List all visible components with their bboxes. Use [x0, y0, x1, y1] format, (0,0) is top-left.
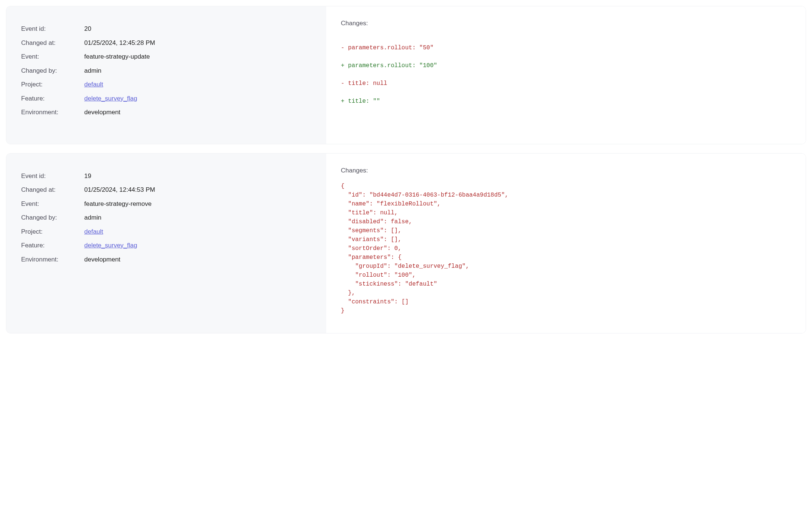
meta-value-environment: development [84, 108, 120, 117]
meta-value-environment: development [84, 255, 120, 264]
meta-label-changed-at: Changed at: [21, 38, 84, 48]
project-link[interactable]: default [84, 227, 103, 237]
event-card: Event id: 20 Changed at: 01/25/2024, 12:… [6, 6, 806, 144]
project-link[interactable]: default [84, 80, 103, 89]
meta-label-event: Event: [21, 52, 84, 62]
event-changes-panel: Changes: { "id": "bd44e4d7-0316-4063-bf1… [326, 154, 806, 333]
meta-label-event-id: Event id: [21, 171, 84, 181]
changes-title: Changes: [341, 20, 791, 27]
meta-row-changed-by: Changed by: admin [21, 66, 311, 76]
meta-row-changed-at: Changed at: 01/25/2024, 12:45:28 PM [21, 38, 311, 48]
event-meta-panel: Event id: 20 Changed at: 01/25/2024, 12:… [6, 6, 326, 144]
meta-value-changed-at: 01/25/2024, 12:45:28 PM [84, 38, 155, 48]
diff-json-block: { "id": "bd44e4d7-0316-4063-bf12-6baa4a9… [341, 182, 791, 315]
meta-label-environment: Environment: [21, 255, 84, 264]
meta-label-project: Project: [21, 227, 84, 237]
meta-label-project: Project: [21, 80, 84, 89]
diff-line: - title: null [341, 79, 791, 88]
diff-line: + title: "" [341, 97, 791, 106]
meta-label-changed-at: Changed at: [21, 185, 84, 195]
event-changes-panel: Changes: - parameters.rollout: "50" + pa… [326, 6, 806, 144]
meta-row-event: Event: feature-strategy-remove [21, 199, 311, 209]
event-card: Event id: 19 Changed at: 01/25/2024, 12:… [6, 153, 806, 333]
meta-label-changed-by: Changed by: [21, 213, 84, 223]
meta-row-event-id: Event id: 19 [21, 171, 311, 181]
meta-row-environment: Environment: development [21, 255, 311, 264]
diff-line: + parameters.rollout: "100" [341, 61, 791, 70]
meta-row-changed-by: Changed by: admin [21, 213, 311, 223]
meta-value-event: feature-strategy-remove [84, 199, 151, 209]
meta-label-environment: Environment: [21, 108, 84, 117]
meta-row-project: Project: default [21, 227, 311, 237]
meta-label-event-id: Event id: [21, 24, 84, 34]
meta-label-event: Event: [21, 199, 84, 209]
meta-row-project: Project: default [21, 80, 311, 89]
changes-title: Changes: [341, 167, 791, 174]
meta-row-changed-at: Changed at: 01/25/2024, 12:44:53 PM [21, 185, 311, 195]
meta-row-feature: Feature: delete_survey_flag [21, 94, 311, 103]
diff-block: - parameters.rollout: "50" + parameters.… [341, 34, 791, 124]
meta-row-event-id: Event id: 20 [21, 24, 311, 34]
meta-row-environment: Environment: development [21, 108, 311, 117]
meta-value-event: feature-strategy-update [84, 52, 150, 62]
feature-link[interactable]: delete_survey_flag [84, 94, 137, 103]
meta-label-changed-by: Changed by: [21, 66, 84, 76]
feature-link[interactable]: delete_survey_flag [84, 241, 137, 250]
diff-line: - parameters.rollout: "50" [341, 43, 791, 52]
meta-value-changed-by: admin [84, 66, 101, 76]
meta-row-feature: Feature: delete_survey_flag [21, 241, 311, 250]
meta-value-event-id: 20 [84, 24, 91, 34]
meta-label-feature: Feature: [21, 241, 84, 250]
meta-value-changed-by: admin [84, 213, 101, 223]
meta-value-event-id: 19 [84, 171, 91, 181]
event-meta-panel: Event id: 19 Changed at: 01/25/2024, 12:… [6, 154, 326, 333]
meta-row-event: Event: feature-strategy-update [21, 52, 311, 62]
meta-label-feature: Feature: [21, 94, 84, 103]
meta-value-changed-at: 01/25/2024, 12:44:53 PM [84, 185, 155, 195]
